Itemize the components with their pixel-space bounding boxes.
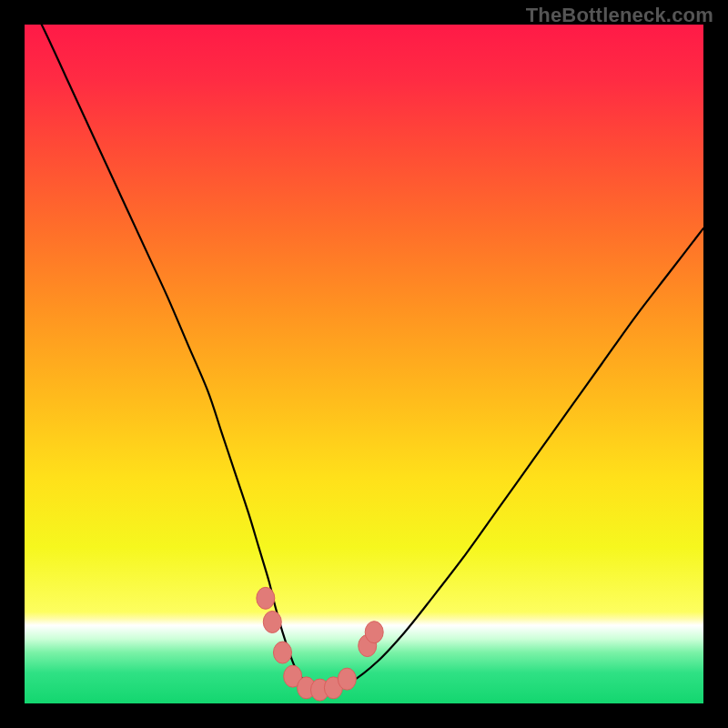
watermark-text: TheBottleneck.com [526,4,713,27]
highlight-marker [338,668,356,690]
highlight-marker [257,587,275,609]
bottleneck-chart [0,0,728,728]
highlight-marker [263,611,281,632]
highlight-marker [365,622,383,643]
chart-frame: { "watermark": "TheBottleneck.com", "col… [0,0,728,728]
highlight-marker [273,642,291,663]
